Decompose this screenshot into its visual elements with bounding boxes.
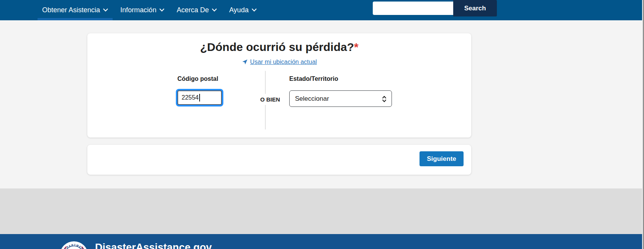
vertical-scrollbar[interactable] (642, 0, 644, 249)
nav-item-label: Ayuda (229, 6, 249, 14)
state-select-value: Seleccionar (295, 95, 329, 103)
footer-brand: DEPARTMENT DisasterAssistance.gov (0, 234, 644, 249)
state-label: Estado/Territorio (289, 75, 392, 82)
next-button[interactable]: Siguiente (420, 151, 464, 166)
chevron-down-icon (159, 8, 164, 12)
nav-item-label: Obtener Asistencia (42, 6, 100, 14)
nav-item-informacion[interactable]: Información (114, 0, 170, 20)
divider-line (265, 105, 265, 129)
zip-input[interactable]: 22554 (177, 90, 222, 105)
dhs-seal-logo: DEPARTMENT (59, 241, 88, 249)
search-button[interactable]: Search (453, 0, 497, 16)
search-input[interactable] (373, 2, 453, 15)
use-location-row: Usar mi ubicación actual (87, 59, 471, 66)
chevron-down-icon (252, 8, 257, 12)
required-asterisk: * (354, 41, 359, 53)
text-caret (199, 94, 200, 102)
use-my-location-link[interactable]: Usar mi ubicación actual (250, 59, 317, 66)
nav-item-label: Información (120, 6, 156, 14)
page: Obtener Asistencia Información Acerca De… (0, 0, 644, 249)
state-select[interactable]: Seleccionar (289, 90, 392, 107)
zip-value: 22554 (182, 94, 199, 101)
divider-line (265, 71, 265, 94)
state-field: Estado/Territorio Seleccionar (289, 75, 392, 107)
nav-menu: Obtener Asistencia Información Acerca De… (36, 0, 263, 20)
footer-connect: Conectar con FEMA f (0, 188, 644, 234)
chevron-down-icon (103, 8, 108, 12)
loss-location-card: ¿Dónde ocurrió su pérdida?* Usar mi ubic… (87, 33, 471, 138)
zip-label: Código postal (177, 75, 222, 82)
chevron-down-icon (212, 8, 217, 12)
site-name-link[interactable]: DisasterAssistance.gov (95, 242, 212, 249)
or-divider: O BIEN (250, 71, 280, 129)
top-nav: Obtener Asistencia Información Acerca De… (0, 0, 644, 20)
nav-item-ayuda[interactable]: Ayuda (223, 0, 263, 20)
location-arrow-icon (242, 59, 248, 65)
or-label: O BIEN (260, 96, 280, 103)
nav-item-acerca-de[interactable]: Acerca De (170, 0, 223, 20)
nav-item-label: Acerca De (177, 6, 209, 14)
zip-field: Código postal 22554 (177, 75, 222, 105)
actions-card: Siguiente (87, 145, 471, 175)
nav-item-obtener-asistencia[interactable]: Obtener Asistencia (36, 0, 114, 20)
page-title: ¿Dónde ocurrió su pérdida?* (87, 41, 471, 54)
select-stepper-icon (382, 95, 387, 103)
